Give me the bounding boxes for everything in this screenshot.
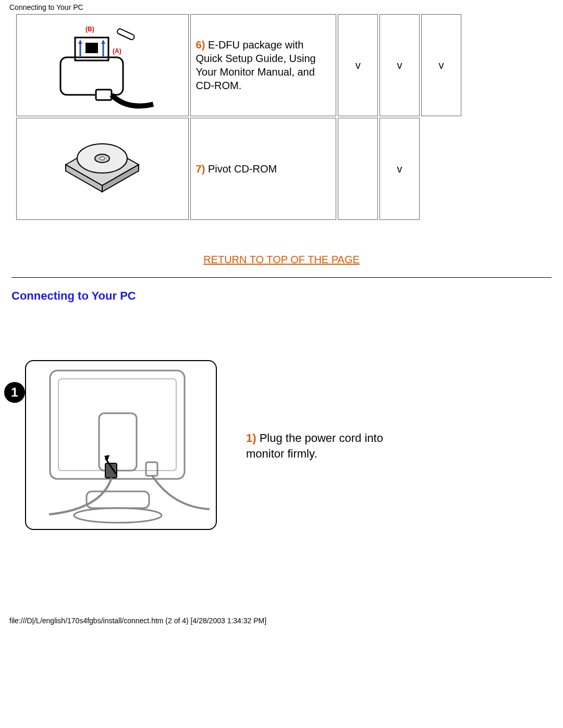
svg-rect-7 xyxy=(117,28,135,40)
item-desc: E-DFU package with Quick Setup Guide, Us… xyxy=(196,39,316,91)
step-text: 1) Plug the power cord into monitor firm… xyxy=(246,430,402,461)
label-b: (B) xyxy=(85,26,94,33)
accessory-desc-cell: 6) E-DFU package with Quick Setup Guide,… xyxy=(190,14,337,116)
accessory-image-cell: (A) (B) xyxy=(16,14,189,116)
step-image-container: 1 xyxy=(11,360,220,532)
step-number-badge: 1 xyxy=(4,382,25,403)
cdrom-icon xyxy=(55,133,149,201)
svg-rect-8 xyxy=(96,90,112,100)
page-footer: file:///D|/L/english/170s4fgbs/install/c… xyxy=(0,615,563,630)
check-col-3-empty xyxy=(421,118,461,220)
check-col-2: v xyxy=(380,14,420,116)
return-to-top-link[interactable]: RETURN TO TOP OF THE PAGE xyxy=(203,254,360,265)
svg-rect-0 xyxy=(60,57,123,95)
package-plug-icon: (A) (B) xyxy=(45,17,160,110)
table-row: (A) (B) 6) E-DFU package with Quick Setu… xyxy=(16,14,461,116)
svg-rect-15 xyxy=(50,371,185,479)
step-desc: Plug the power cord into monitor firmly. xyxy=(246,431,383,460)
check-col-2: v xyxy=(380,118,420,220)
step-number: 1) xyxy=(246,431,256,445)
page-header: Connecting to Your PC xyxy=(0,0,563,13)
divider xyxy=(11,277,552,278)
check-col-3: v xyxy=(421,14,461,116)
accessory-table: (A) (B) 6) E-DFU package with Quick Setu… xyxy=(15,13,463,221)
check-col-1: v xyxy=(338,14,378,116)
svg-point-14 xyxy=(100,157,105,160)
monitor-back-icon xyxy=(26,361,216,529)
accessory-desc-cell: 7) Pivot CD-ROM xyxy=(190,118,337,220)
item-number: 7) xyxy=(196,163,205,175)
check-col-1 xyxy=(338,118,378,220)
svg-rect-2 xyxy=(85,43,98,53)
item-desc: Pivot CD-ROM xyxy=(205,163,277,175)
return-to-top-container: RETURN TO TOP OF THE PAGE xyxy=(11,254,552,266)
svg-marker-6 xyxy=(101,40,105,44)
item-number: 6) xyxy=(196,39,205,51)
svg-point-19 xyxy=(74,508,162,523)
monitor-back-illustration xyxy=(25,360,217,530)
svg-marker-4 xyxy=(78,40,82,44)
section-title: Connecting to Your PC xyxy=(11,289,552,303)
table-row: 7) Pivot CD-ROM v xyxy=(16,118,461,220)
accessory-image-cell xyxy=(16,118,189,220)
step-row: 1 1) Plug the power cord into monitor fi… xyxy=(11,360,552,532)
label-a: (A) xyxy=(113,47,121,55)
